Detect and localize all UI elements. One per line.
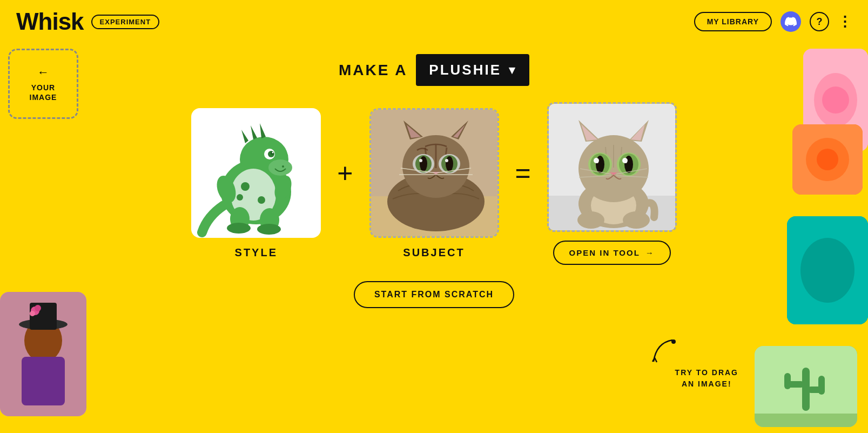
open-in-tool-arrow: → — [645, 248, 655, 257]
main-content: MAKE A PLUSHIE ▾ — [119, 43, 749, 433]
svg-point-13 — [817, 149, 838, 170]
svg-point-43 — [227, 223, 251, 234]
cactus-card — [755, 346, 857, 427]
drag-hint-text: TRY TO DRAG AN IMAGE! — [675, 367, 738, 390]
svg-point-37 — [258, 196, 265, 204]
svg-point-6 — [30, 311, 35, 316]
svg-point-60 — [445, 159, 448, 162]
result-card: OPEN IN TOOL → — [547, 102, 677, 265]
style-label: STYLE — [235, 247, 278, 259]
drag-hint: TRY TO DRAG AN IMAGE! — [675, 364, 738, 390]
style-image[interactable] — [191, 108, 321, 238]
chevron-down-icon: ▾ — [509, 63, 516, 77]
svg-point-26 — [268, 159, 292, 176]
svg-point-58 — [446, 156, 453, 171]
svg-rect-19 — [784, 373, 791, 389]
subject-label: SUBJECT — [403, 247, 465, 259]
my-library-button[interactable]: MY LIBRARY — [694, 12, 772, 31]
teal-card — [787, 216, 868, 324]
upload-zone[interactable]: ← YOURIMAGE — [8, 49, 78, 119]
svg-point-84 — [625, 161, 627, 163]
svg-point-7 — [35, 305, 41, 311]
image-combination-row: STYLE + — [191, 102, 676, 265]
svg-rect-22 — [755, 414, 857, 427]
svg-point-36 — [241, 182, 250, 191]
header: Whisk EXPERIMENT MY LIBRARY ? ⋮ — [0, 0, 868, 43]
experiment-badge: EXPERIMENT — [91, 15, 160, 29]
subject-image[interactable] — [369, 108, 499, 238]
type-dropdown[interactable]: PLUSHIE ▾ — [416, 54, 529, 86]
open-in-tool-label: OPEN IN TOOL — [569, 248, 640, 257]
svg-point-92 — [671, 339, 676, 344]
make-label: MAKE A — [339, 62, 407, 79]
person-card — [0, 292, 86, 416]
svg-point-57 — [420, 156, 427, 171]
upload-zone-arrow: ← — [37, 65, 49, 79]
svg-point-30 — [272, 152, 274, 154]
header-right: MY LIBRARY ? ⋮ — [694, 11, 852, 32]
svg-rect-21 — [818, 376, 825, 395]
dropdown-label: PLUSHIE — [429, 62, 501, 78]
orange-card — [792, 124, 863, 195]
help-icon[interactable]: ? — [810, 12, 829, 31]
svg-point-91 — [623, 211, 650, 229]
header-left: Whisk EXPERIMENT — [16, 8, 159, 35]
plus-operator: + — [337, 159, 353, 186]
upload-zone-text: YOURIMAGE — [30, 83, 57, 102]
svg-point-15 — [800, 238, 854, 303]
logo: Whisk — [16, 8, 84, 35]
more-menu-icon[interactable]: ⋮ — [838, 14, 852, 30]
svg-point-10 — [822, 86, 849, 114]
result-image[interactable] — [547, 102, 677, 232]
svg-point-90 — [577, 211, 604, 229]
open-in-tool-button[interactable]: OPEN IN TOOL → — [553, 241, 671, 265]
equals-operator: = — [515, 159, 531, 186]
style-card: STYLE — [191, 108, 321, 259]
side-right-decoration — [749, 43, 868, 432]
svg-point-38 — [237, 194, 243, 201]
start-from-scratch-button[interactable]: START FROM SCRATCH — [354, 281, 514, 308]
svg-point-59 — [419, 159, 422, 162]
svg-point-44 — [257, 224, 281, 235]
subject-card: SUBJECT — [369, 108, 499, 259]
svg-point-83 — [596, 161, 598, 163]
make-row: MAKE A PLUSHIE ▾ — [339, 54, 529, 86]
side-left-decoration: ← YOURIMAGE — [0, 43, 119, 432]
svg-rect-2 — [22, 357, 65, 405]
discord-icon[interactable] — [780, 11, 801, 32]
svg-point-31 — [282, 165, 284, 168]
